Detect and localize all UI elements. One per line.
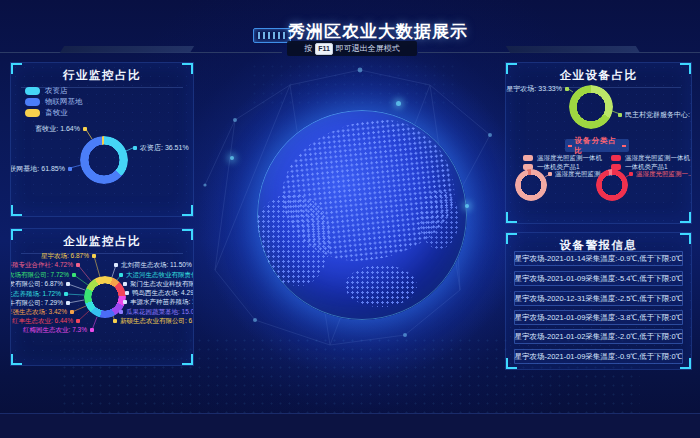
dashboard-stage: 秀洲区农业大数据展示 按 F11 即可退出全屏模式 行业监控占比 农资店 物联网… xyxy=(0,0,700,438)
callout-left-3: 国开发有限公司: 6.87% xyxy=(10,281,70,288)
sub-panel-title-device-category: 设备分类占比 xyxy=(565,139,629,152)
alarm-row: 星宇农场-2021-01-09采集温度:-0.9℃,低于下限:0℃ xyxy=(514,349,683,364)
callout-text: 红丰生态农业: 6.44% xyxy=(12,318,73,325)
legend-item-pink-1[interactable]: 温湿度光照监测一体机 xyxy=(523,155,602,162)
callout-text: 民主村党群服务中心: xyxy=(625,111,690,118)
callout-text: 中奶牛有限公司: 7.29% xyxy=(10,300,63,307)
callout-dot xyxy=(114,263,118,267)
legend-label: 物联网基地 xyxy=(45,98,83,106)
callout-text: 七华生态养殖场: 1.72% xyxy=(10,291,61,298)
donut-chart-category-red[interactable] xyxy=(596,169,628,201)
callout-dot xyxy=(133,146,137,150)
callout-left-1: 超禽养殖专业合作社: 4.72% xyxy=(10,262,80,269)
callout-dot xyxy=(83,127,87,131)
callout-left-8: 红梅园生态农业: 7.3% xyxy=(23,327,94,334)
alarm-row: 星宇农场-2021-01-14采集温度:-0.9℃,低于下限:0℃ xyxy=(514,251,683,266)
legend-item-iot[interactable]: 物联网基地 xyxy=(25,98,83,106)
particle-band-top xyxy=(250,62,460,106)
callout-right-3: 鸭岛西生态农场: 4.29 xyxy=(125,290,194,297)
panel-enterprise-device: 企业设备占比 星宇农场: 33.33% 民主村党群服务中心: 设备分类占比 温湿… xyxy=(505,62,692,224)
callout-dot xyxy=(90,328,94,332)
panel-enterprise-monitor: 企业监控占比 星宇农场: 6.87% xyxy=(10,228,194,366)
callout-livestock: 畜牧业: 1.64% xyxy=(35,125,87,132)
callout-dot xyxy=(68,167,72,171)
legend-swatch xyxy=(25,98,40,106)
callout-text: 家绿农场有限公司: 7.72% xyxy=(10,272,69,279)
donut-chart-category-pink[interactable] xyxy=(515,169,547,201)
callout-text: 超禽养殖专业合作社: 4.72% xyxy=(10,262,73,269)
alarm-text: 星宇农场-2021-01-02采集温度:-2.0℃,低于下限:0℃ xyxy=(514,332,682,342)
panel-alarms: 设备警报信息 星宇农场-2021-01-14采集温度:-0.9℃,低于下限:0℃… xyxy=(505,232,692,370)
callout-text: 瓜果花园蔬菜基地: 15.02% xyxy=(126,309,194,316)
callout-left-6: 李强生态农场: 3.42% xyxy=(10,309,74,316)
callout-dot xyxy=(92,254,96,258)
alarm-text: 星宇农场-2021-01-09采集温度:-5.4℃,低于下限:0℃ xyxy=(514,274,682,284)
alarm-row: 星宇农场-2020-12-31采集温度:-2.5℃,低于下限:0℃ xyxy=(514,291,683,306)
callout-right-6: 新硕生态农业有限公司: 6.87% xyxy=(113,318,194,325)
callout-dot xyxy=(72,273,76,277)
callout-text: 新硕生态农业有限公司: 6.87% xyxy=(120,318,194,325)
callout-dot xyxy=(113,319,117,323)
hint-prefix: 按 xyxy=(304,43,312,54)
donut-chart-industry[interactable] xyxy=(80,136,128,184)
legend-swatch xyxy=(25,87,40,95)
glow-dot xyxy=(230,156,234,160)
legend-label: 畜牧业 xyxy=(45,109,68,117)
callout-text: 农资店: 36.51% xyxy=(140,144,189,151)
legend-swatch xyxy=(25,109,40,117)
callout-dot xyxy=(123,282,127,286)
callout-dot xyxy=(76,263,80,267)
callout-text: 星宇农场: 33.33% xyxy=(506,85,562,92)
page-title: 秀洲区农业大数据展示 xyxy=(288,20,460,43)
legend-item-red-1[interactable]: 温湿度光照监测一体机 xyxy=(611,155,690,162)
callout-left-0: 星宇农场: 6.87% xyxy=(41,253,96,260)
footer-band xyxy=(0,413,700,438)
legend-item-livestock[interactable]: 畜牧业 xyxy=(25,109,68,117)
callout-dot xyxy=(125,291,129,295)
legend-item-store[interactable]: 农资店 xyxy=(25,87,68,95)
alarm-text: 星宇农场-2021-01-09采集温度:-0.9℃,低于下限:0℃ xyxy=(514,352,682,362)
callout-text: 聚门生态农业科技有限公 xyxy=(130,281,194,288)
alarm-row: 星宇农场-2021-01-09采集温度:-5.4℃,低于下限:0℃ xyxy=(514,271,683,286)
callout-right-5: 瓜果花园蔬菜基地: 15.02% xyxy=(119,309,194,316)
callout-text: 星宇农场: 6.87% xyxy=(41,253,89,260)
callout-dot xyxy=(618,113,622,117)
header-deco-left xyxy=(60,46,194,53)
continent-dots-east xyxy=(419,190,459,249)
alarm-text: 星宇农场-2021-01-14采集温度:-0.9℃,低于下限:0℃ xyxy=(514,254,682,264)
hint-suffix: 即可退出全屏模式 xyxy=(336,43,400,54)
callout-right-1: 大运河生态牧业有限责任公 xyxy=(119,272,194,279)
legend-swatch xyxy=(523,155,533,161)
callout-text: 畜牧业: 1.64% xyxy=(35,125,80,132)
callout-device-right: 民主村党群服务中心: xyxy=(618,111,690,118)
callout-text: 北刘荷生态农场: 11.50% xyxy=(121,262,192,269)
legend-swatch xyxy=(611,155,621,161)
legend-label: 温湿度光照监测一体机 xyxy=(625,155,690,162)
panel-title-enterprise: 企业监控占比 xyxy=(11,234,193,249)
callout-dot xyxy=(119,273,123,277)
callout-dot xyxy=(629,172,633,176)
callout-dot xyxy=(565,87,569,91)
alarm-text: 星宇农场-2020-12-31采集温度:-2.5℃,低于下限:0℃ xyxy=(514,294,682,304)
alarm-row: 星宇农场-2021-01-02采集温度:-2.0℃,低于下限:0℃ xyxy=(514,329,683,344)
callout-right-2: 聚门生态农业科技有限公 xyxy=(123,281,194,288)
continent-dots-south xyxy=(345,265,416,307)
callout-text: 温湿度光照监测一... xyxy=(636,171,692,178)
callout-dot xyxy=(76,319,80,323)
glow-dot xyxy=(396,101,401,106)
callout-device-left: 星宇农场: 33.33% xyxy=(506,85,569,92)
callout-dot xyxy=(70,310,74,314)
glow-dot xyxy=(465,204,469,208)
tech-badge-icon xyxy=(253,28,291,43)
callout-text: 物联网基地: 61.85% xyxy=(10,165,65,172)
callout-left-7: 红丰生态农业: 6.44% xyxy=(12,318,80,325)
panel-title-device: 企业设备占比 xyxy=(506,68,691,83)
donut-chart-device[interactable] xyxy=(569,85,613,129)
panel-title-industry: 行业监控占比 xyxy=(11,68,193,83)
callout-right-0: 北刘荷生态农场: 11.50% xyxy=(114,262,192,269)
callout-left-5: 中奶牛有限公司: 7.29% xyxy=(10,300,70,307)
callout-store: 农资店: 36.51% xyxy=(133,144,189,151)
panel-industry-monitor: 行业监控占比 农资店 物联网基地 畜牧业 畜牧业: 1.64% 农资店: 36.… xyxy=(10,62,194,217)
globe xyxy=(257,110,467,320)
callout-dot xyxy=(119,310,123,314)
